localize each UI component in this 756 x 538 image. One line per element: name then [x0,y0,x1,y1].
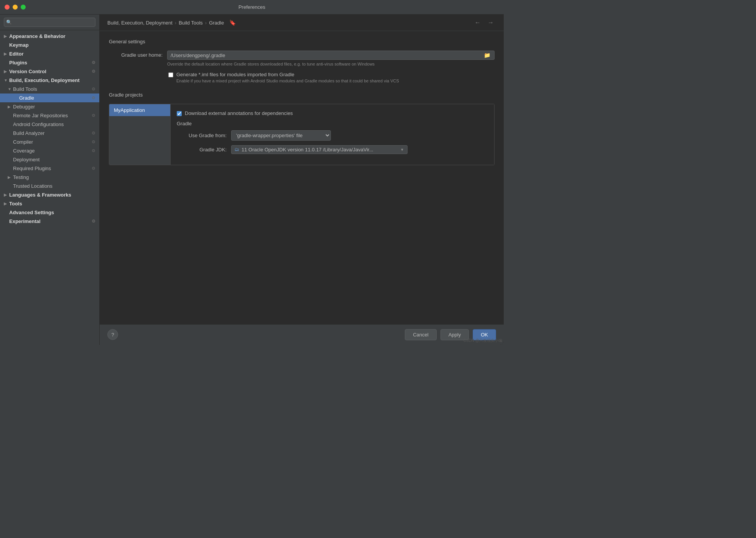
sidebar-item-version-control[interactable]: ▶ Version Control ⚙ [0,67,99,76]
sidebar-item-testing[interactable]: ▶ Testing [0,173,99,182]
close-button[interactable] [5,5,10,10]
gradle-user-home-row: Gradle user home: 📁 Override the default… [109,51,495,67]
settings-icon: ⚙ [92,131,95,136]
chevron-right-icon: ▶ [4,193,9,197]
sidebar-item-plugins[interactable]: Plugins ⚙ [0,58,99,67]
breadcrumb-segment-1[interactable]: Build, Execution, Deployment [107,20,173,26]
gradle-user-home-input[interactable] [171,52,483,58]
gradle-jdk-row: Gradle JDK: 🗂 11 Oracle OpenJDK version … [177,145,488,154]
sidebar-item-languages-frameworks[interactable]: ▶ Languages & Frameworks [0,190,99,199]
sidebar-item-experimental[interactable]: Experimental ⚙ [0,217,99,226]
sidebar-item-label: Debugger [13,104,35,110]
sidebar-item-label: Deployment [13,157,39,162]
titlebar: Preferences [0,0,504,15]
use-gradle-from-select[interactable]: 'gradle-wrapper.properties' file [231,130,331,141]
sidebar-item-build-analyzer[interactable]: Build Analyzer ⚙ [0,129,99,138]
gradle-user-home-input-wrapper: 📁 [167,51,495,60]
sidebar-item-label: Required Plugins [13,166,51,171]
generate-iml-checkbox[interactable] [168,72,173,77]
chevron-right-icon: ▶ [4,52,9,56]
settings-icon: ⚙ [92,148,95,153]
sidebar-item-keymap[interactable]: Keymap [0,41,99,49]
sidebar-item-appearance-behavior[interactable]: ▶ Appearance & Behavior [0,32,99,41]
sidebar-item-label: Languages & Frameworks [9,192,71,198]
sidebar-item-label: Build, Execution, Deployment [9,77,79,83]
download-annotations-label[interactable]: Download external annotations for depend… [185,110,293,116]
sidebar-item-label: Android Configurations [13,121,64,127]
breadcrumb-separator: › [205,20,207,26]
gradle-projects-layout: MyApplication Download external annotati… [109,104,495,165]
settings-icon: ⚙ [92,166,95,171]
cancel-button[interactable]: Cancel [405,329,436,340]
general-settings-title: General settings [109,39,495,44]
sidebar-item-remote-jar-repositories[interactable]: Remote Jar Repositories ⚙ [0,111,99,120]
sidebar-item-label: Keymap [9,42,29,48]
sidebar-item-deployment[interactable]: Deployment [0,155,99,164]
settings-icon: ⚙ [92,60,95,65]
sidebar-item-android-configurations[interactable]: Android Configurations [0,120,99,129]
gradle-projects-section: Gradle projects MyApplication Download e… [109,92,495,165]
sidebar-item-label: Remote Jar Repositories [13,113,68,118]
sidebar-item-label: Build Tools [13,86,37,92]
maximize-button[interactable] [21,5,26,10]
watermark: CSDN @只发现实小编 [463,338,502,343]
gradle-jdk-select[interactable]: 🗂 11 Oracle OpenJDK version 11.0.17 /Lib… [231,145,408,154]
window-controls [5,5,26,10]
settings-icon: ⚙ [92,87,95,92]
jdk-folder-icon: 🗂 [235,147,239,152]
sidebar-item-coverage[interactable]: Coverage ⚙ [0,146,99,155]
search-container: 🔍 [0,15,99,30]
settings-content: General settings Gradle user home: 📁 Ove… [100,31,504,324]
use-gradle-from-label: Use Gradle from: [177,133,227,138]
breadcrumb-segment-3[interactable]: Gradle [209,20,224,26]
chevron-right-icon: ▶ [8,175,13,179]
sidebar-item-label: Gradle [19,95,34,101]
chevron-down-icon: ▼ [400,148,404,152]
gradle-user-home-field: 📁 Override the default location where Gr… [167,51,495,67]
search-input[interactable] [4,18,95,27]
sidebar-item-gradle[interactable]: Gradle ⚙ [0,93,99,102]
sidebar-item-debugger[interactable]: ▶ Debugger [0,102,99,111]
sidebar-item-label: Tools [9,201,22,207]
generate-iml-label[interactable]: Generate *.iml files for modules importe… [176,72,294,77]
search-wrapper: 🔍 [4,18,95,27]
sidebar-tree: ▶ Appearance & Behavior Keymap ▶ Editor … [0,30,99,345]
gradle-user-home-hint: Override the default location where Grad… [167,61,495,67]
gradle-jdk-value: 11 Oracle OpenJDK version 11.0.17 /Libra… [242,147,400,153]
sidebar-item-label: Editor [9,51,24,57]
use-gradle-from-row: Use Gradle from: 'gradle-wrapper.propert… [177,130,488,141]
chevron-down-icon: ▼ [8,87,13,91]
chevron-right-icon: ▶ [4,69,9,74]
help-button[interactable]: ? [107,329,118,340]
bookmark-icon[interactable]: 🔖 [229,20,236,26]
download-annotations-checkbox[interactable] [177,111,182,116]
nav-back-button[interactable]: ← [472,18,483,27]
project-item-myapplication[interactable]: MyApplication [109,104,170,116]
projects-list: MyApplication [109,104,171,165]
browse-folder-button[interactable]: 📁 [483,52,491,58]
sidebar-item-label: Testing [13,174,29,180]
sidebar-item-advanced-settings[interactable]: Advanced Settings [0,208,99,217]
gradle-user-home-label: Gradle user home: [109,51,163,58]
sidebar-item-editor[interactable]: ▶ Editor [0,49,99,58]
sidebar-item-label: Advanced Settings [9,210,54,215]
sidebar-item-label: Trusted Locations [13,183,53,189]
sidebar-item-required-plugins[interactable]: Required Plugins ⚙ [0,164,99,173]
sidebar-item-trusted-locations[interactable]: Trusted Locations [0,182,99,190]
sidebar-item-tools[interactable]: ▶ Tools [0,199,99,208]
sidebar-item-compiler[interactable]: Compiler ⚙ [0,138,99,146]
chevron-right-icon: ▶ [8,105,13,109]
minimize-button[interactable] [13,5,18,10]
nav-forward-button[interactable]: → [485,18,496,27]
sidebar-item-label: Experimental [9,218,41,224]
sidebar-item-label: Version Control [9,69,46,74]
settings-icon: ⚙ [92,95,95,100]
breadcrumb-segment-2[interactable]: Build Tools [179,20,203,26]
breadcrumb-separator: › [175,20,176,26]
bottom-bar: ? Cancel Apply OK [100,324,504,345]
sidebar-item-label: Compiler [13,139,33,145]
gradle-jdk-label: Gradle JDK: [177,147,227,153]
sidebar-item-label: Plugins [9,60,27,66]
sidebar-item-build-exec-deploy[interactable]: ▼ Build, Execution, Deployment [0,76,99,85]
sidebar-item-build-tools[interactable]: ▼ Build Tools ⚙ [0,85,99,93]
